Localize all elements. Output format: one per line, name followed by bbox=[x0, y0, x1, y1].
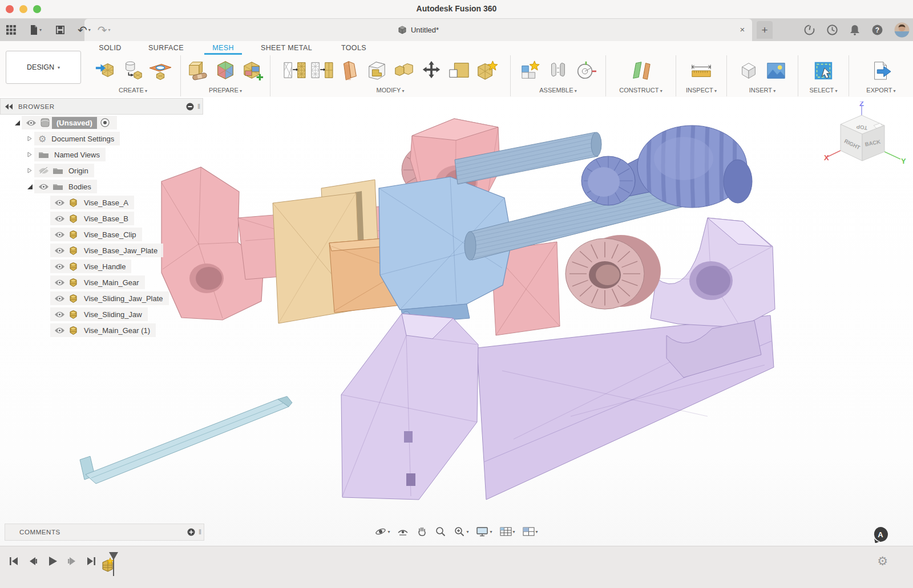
timeline-feature[interactable] bbox=[96, 551, 122, 577]
visibility-off-eye-icon[interactable] bbox=[38, 167, 49, 175]
tree-row-body[interactable]: Vise_Sliding_Jaw bbox=[0, 306, 203, 322]
activate-radio-icon[interactable] bbox=[100, 118, 110, 127]
tree-row-document-settings[interactable]: ⚙ Document Settings bbox=[0, 131, 203, 147]
erase-and-fill-icon[interactable] bbox=[473, 58, 499, 83]
file-icon[interactable]: ▾ bbox=[28, 22, 43, 39]
group-label-modify[interactable]: MODIFY bbox=[376, 86, 404, 96]
fit-icon[interactable]: ▾ bbox=[452, 525, 470, 538]
tree-row-named-views[interactable]: Named Views bbox=[0, 147, 203, 163]
body-vise-handle-knob-part[interactable] bbox=[581, 123, 752, 210]
move-icon[interactable] bbox=[418, 58, 445, 83]
expanded-triangle-icon[interactable] bbox=[13, 120, 22, 125]
notifications-icon[interactable] bbox=[849, 24, 861, 36]
close-tab-icon[interactable]: × bbox=[737, 25, 748, 34]
insert-mesh-icon[interactable] bbox=[92, 58, 119, 83]
redo-icon[interactable]: ↷▾ bbox=[96, 22, 112, 39]
tree-row-body[interactable]: Vise_Main_Gear (1) bbox=[0, 322, 203, 338]
group-label-prepare[interactable]: PREPARE bbox=[209, 86, 242, 96]
tree-row-body[interactable]: Vise_Base_Jaw_Plate bbox=[0, 242, 203, 258]
workspace-selector[interactable]: DESIGN ▾ bbox=[6, 51, 81, 84]
visibility-eye-icon[interactable] bbox=[26, 119, 37, 127]
create-mesh-icon[interactable] bbox=[120, 58, 146, 83]
export-icon[interactable] bbox=[868, 58, 894, 83]
new-tab-button[interactable]: + bbox=[757, 21, 773, 39]
document-tab[interactable]: Untitled* × bbox=[84, 19, 752, 41]
shell-icon[interactable] bbox=[363, 58, 390, 83]
construction-plane-icon[interactable] bbox=[628, 58, 654, 83]
group-label-assemble[interactable]: ASSEMBLE bbox=[539, 86, 577, 96]
tab-sheet-metal[interactable]: SHEET METAL bbox=[249, 41, 324, 55]
insert-derive-icon[interactable] bbox=[736, 58, 762, 83]
collapsed-triangle-icon[interactable] bbox=[25, 168, 34, 173]
tab-mesh[interactable]: MESH bbox=[197, 41, 249, 55]
play-icon[interactable] bbox=[46, 554, 59, 568]
visibility-eye-icon[interactable] bbox=[54, 295, 65, 302]
body-vise-main-gear-1-part[interactable] bbox=[565, 235, 661, 309]
tree-row-body[interactable]: Vise_Main_Gear bbox=[0, 274, 203, 290]
tree-row-body[interactable]: Vise_Sliding_Jaw_Plate bbox=[0, 290, 203, 306]
app-grid-icon[interactable] bbox=[5, 22, 18, 39]
collapse-panel-icon[interactable] bbox=[5, 104, 13, 110]
assistant-badge[interactable]: A bbox=[872, 526, 889, 543]
tree-row-body[interactable]: Vise_Base_A bbox=[0, 194, 203, 210]
body-vise-handle-part[interactable] bbox=[80, 396, 292, 484]
panel-resize-handle[interactable]: ‖ bbox=[197, 103, 200, 111]
reduce-icon[interactable] bbox=[309, 58, 335, 83]
browser-header[interactable]: BROWSER ‖ bbox=[0, 98, 203, 115]
tree-row-bodies[interactable]: Bodies bbox=[0, 179, 203, 194]
remesh-icon[interactable] bbox=[281, 58, 308, 83]
view-cube[interactable]: Z X Y TOP RIGHT BACK bbox=[819, 102, 906, 177]
extensions-icon[interactable] bbox=[803, 24, 815, 36]
tree-row-body[interactable]: Vise_Handle bbox=[0, 258, 203, 274]
visibility-eye-icon[interactable] bbox=[54, 311, 65, 318]
visibility-eye-icon[interactable] bbox=[54, 247, 65, 254]
visibility-eye-icon[interactable] bbox=[54, 279, 65, 286]
tab-solid[interactable]: SOLID bbox=[86, 41, 135, 55]
expanded-triangle-icon[interactable] bbox=[25, 184, 34, 189]
generate-face-groups-icon[interactable] bbox=[240, 58, 266, 83]
measure-icon[interactable] bbox=[688, 58, 714, 83]
group-label-inspect[interactable]: INSPECT bbox=[686, 86, 717, 96]
look-at-icon[interactable] bbox=[395, 525, 410, 538]
visibility-eye-icon[interactable] bbox=[54, 231, 65, 238]
step-forward-icon[interactable] bbox=[65, 554, 79, 568]
root-document-label[interactable]: (Unsaved) bbox=[52, 117, 97, 129]
visibility-eye-icon[interactable] bbox=[54, 327, 65, 334]
visibility-eye-icon[interactable] bbox=[54, 199, 65, 206]
zoom-icon[interactable] bbox=[433, 525, 448, 538]
avatar[interactable] bbox=[894, 22, 910, 38]
group-label-insert[interactable]: INSERT bbox=[749, 86, 775, 96]
as-built-joint-icon[interactable] bbox=[572, 58, 599, 83]
joint-icon[interactable] bbox=[545, 58, 571, 83]
go-to-start-icon[interactable] bbox=[7, 554, 21, 568]
visibility-eye-icon[interactable] bbox=[38, 183, 49, 190]
thicken-icon[interactable] bbox=[336, 58, 362, 83]
visibility-eye-icon[interactable] bbox=[54, 215, 65, 222]
job-status-icon[interactable] bbox=[826, 24, 838, 36]
tree-row-root[interactable]: (Unsaved) bbox=[0, 115, 203, 131]
tab-tools[interactable]: TOOLS bbox=[324, 41, 383, 55]
tree-row-origin[interactable]: Origin bbox=[0, 163, 203, 179]
viewports-icon[interactable]: ▾ bbox=[521, 525, 540, 538]
repair-icon[interactable] bbox=[185, 58, 211, 83]
window-select-icon[interactable] bbox=[810, 58, 837, 83]
canvas-icon[interactable] bbox=[763, 58, 789, 83]
mesh-segmentation-icon[interactable] bbox=[212, 58, 239, 83]
viewport[interactable]: BROWSER ‖ (Unsaved) bbox=[0, 97, 913, 546]
new-component-icon[interactable] bbox=[518, 58, 544, 83]
help-icon[interactable]: ? bbox=[871, 24, 883, 36]
group-label-create[interactable]: CREATE bbox=[119, 86, 147, 96]
orbit-icon[interactable]: ▾ bbox=[373, 525, 391, 538]
tab-surface[interactable]: SURFACE bbox=[135, 41, 197, 55]
save-icon[interactable] bbox=[54, 22, 67, 39]
collapsed-triangle-icon[interactable] bbox=[25, 136, 34, 141]
timeline-settings-gear-icon[interactable]: ⚙ bbox=[877, 554, 888, 568]
replace-with-primitive-icon[interactable] bbox=[446, 58, 472, 83]
group-label-export[interactable]: EXPORT bbox=[866, 86, 895, 96]
display-settings-icon[interactable]: ▾ bbox=[474, 525, 494, 538]
mesh-section-sketch-icon[interactable] bbox=[147, 58, 173, 83]
tree-row-body[interactable]: Vise_Base_Clip bbox=[0, 226, 203, 242]
group-label-select[interactable]: SELECT bbox=[809, 86, 837, 96]
visibility-eye-icon[interactable] bbox=[54, 263, 65, 270]
grid-snaps-icon[interactable]: ▾ bbox=[498, 525, 517, 538]
